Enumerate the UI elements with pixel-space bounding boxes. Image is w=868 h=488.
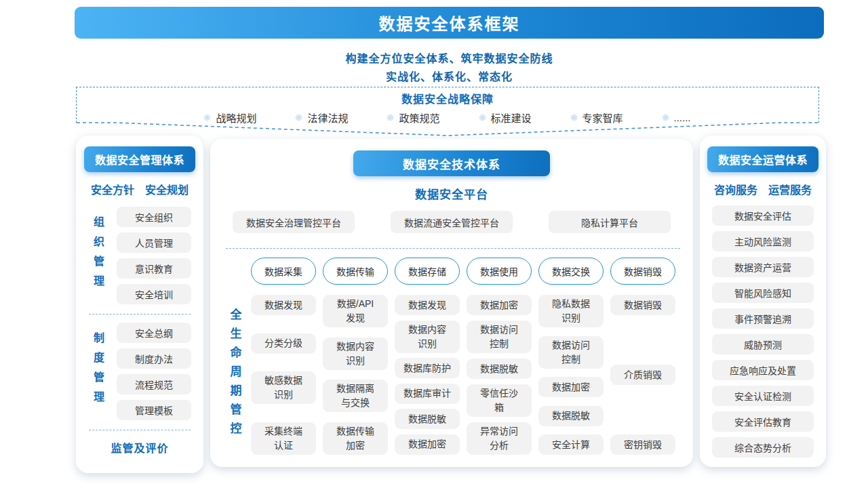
platform-item: 隐私计算平台 xyxy=(549,211,671,233)
management-panel: 数据安全管理体系 安全方针 安全规划 组织管理 安全组织 人员管理 意识教育 安… xyxy=(76,136,203,473)
capability-cell: 数据加密 xyxy=(538,377,604,397)
bullet-icon xyxy=(296,115,302,121)
stage-pill: 数据销毁 xyxy=(610,258,675,285)
org-management-label: 组织管理 xyxy=(90,216,106,295)
capability-cell: 采集终端 认证 xyxy=(251,422,316,455)
platform-item: 数据安全治理管控平台 xyxy=(233,211,355,233)
capability-cell: 数据发现 xyxy=(395,295,460,315)
capability-column-destroy: 数据销毁 介质销毁 密钥销毁 xyxy=(610,295,675,455)
org-item-list: 安全组织 人员管理 意识教育 安全培训 xyxy=(117,207,191,304)
title-banner: 数据安全体系框架 xyxy=(75,7,824,39)
grid-spacer xyxy=(225,258,244,285)
stage-pill: 数据存储 xyxy=(395,258,460,285)
management-item: 人员管理 xyxy=(117,232,191,253)
institution-item-list: 安全总纲 制度办法 流程规范 管理模板 xyxy=(117,323,191,420)
capability-cell: 数据脱敏 xyxy=(467,359,532,379)
operation-item: 综合态势分析 xyxy=(712,437,814,458)
subtitle-line-2: 实战化、体系化、常态化 xyxy=(75,68,824,84)
management-panel-header: 数据安全管理体系 xyxy=(84,146,195,172)
divider xyxy=(226,248,680,249)
management-item: 流程规范 xyxy=(117,374,191,394)
operation-item-list: 数据安全评估 主动风险监测 数据资产运营 智能风险感知 事件预警追溯 威胁预测 … xyxy=(700,205,826,458)
technology-panel-header: 数据安全技术体系 xyxy=(353,150,550,176)
capability-cell: 介质销毁 xyxy=(610,365,675,385)
capability-cell: 数据发现 xyxy=(251,295,316,315)
management-panel-subtitle: 安全方针 安全规划 xyxy=(76,181,203,197)
platform-title: 数据安全平台 xyxy=(210,185,693,202)
operation-item: 事件预警追溯 xyxy=(712,308,814,329)
capability-column-storage: 数据发现 数据内容 识别 数据库防护 数据库审计 数据脱敏 数据加密 xyxy=(395,295,460,455)
capability-cell: 数据销毁 xyxy=(610,295,675,315)
management-item: 管理模板 xyxy=(117,400,191,420)
bullet-icon xyxy=(204,115,210,121)
operation-item: 主动风险监测 xyxy=(712,231,814,251)
operation-item: 数据安全评估 xyxy=(712,205,814,226)
capability-column-collect: 数据发现 分类分级 敏感数据 识别 采集终端 认证 xyxy=(251,295,316,455)
operation-item: 智能风险感知 xyxy=(712,283,814,303)
capability-cell: 安全计算 xyxy=(538,434,604,455)
strategy-title: 数据安全战略保障 xyxy=(77,90,818,106)
capability-cell: 隐私数据 识别 xyxy=(538,295,604,327)
bullet-icon xyxy=(387,115,393,121)
capability-cell: 数据加密 xyxy=(395,434,460,455)
operation-panel-header: 数据安全运营体系 xyxy=(707,146,818,172)
stage-pill: 数据使用 xyxy=(467,258,532,285)
management-item: 安全组织 xyxy=(117,207,191,227)
operation-item: 安全认证检测 xyxy=(712,386,814,406)
capability-cell: 数据访问 控制 xyxy=(467,321,532,353)
capability-column-transfer: 数据/API 发现 数据内容 识别 数据隔离 与交换 数据传输 加密 xyxy=(323,295,388,455)
operation-item: 安全评估教育 xyxy=(712,411,814,432)
operation-item: 应急响应及处置 xyxy=(712,360,814,380)
divider xyxy=(89,314,191,314)
institution-management-group: 制度管理 安全总纲 制度办法 流程规范 管理模板 xyxy=(76,323,203,420)
divider xyxy=(89,430,191,430)
capability-cell: 异常访问 分析 xyxy=(467,422,532,455)
capability-cell: 敏感数据 识别 xyxy=(251,371,316,404)
stage-pill: 数据传输 xyxy=(323,258,388,285)
subtitle-line-1: 构建全方位安全体系、筑牢数据安全防线 xyxy=(75,49,824,66)
capability-cell: 数据库审计 xyxy=(395,384,460,404)
operation-item: 数据资产运营 xyxy=(712,257,814,277)
capability-cell: 数据内容 识别 xyxy=(395,321,460,353)
capability-cell: 数据库防护 xyxy=(395,358,460,378)
management-item: 安全培训 xyxy=(117,284,191,304)
page-title: 数据安全体系框架 xyxy=(379,11,520,35)
capability-cell: 数据加密 xyxy=(467,295,532,315)
capability-cell: 数据/API 发现 xyxy=(323,295,388,327)
stage-pill: 数据交换 xyxy=(538,258,604,285)
management-item: 安全总纲 xyxy=(117,323,191,343)
capability-column-exchange: 隐私数据 识别 数据访问 控制 数据加密 数据脱敏 安全计算 xyxy=(538,295,604,455)
lifecycle-grid: 数据采集 数据传输 数据存储 数据使用 数据交换 数据销毁 全生命周期管控 数据… xyxy=(225,258,693,455)
bullet-icon xyxy=(479,115,486,121)
management-panel-footer: 监管及评价 xyxy=(76,439,203,455)
capability-column-usage: 数据加密 数据访问 控制 数据脱敏 零信任沙 箱 异常访问 分析 xyxy=(467,295,532,455)
strategy-box: 数据安全战略保障 战略规划 法律法规 政策规范 标准建设 专家智库 xyxy=(76,87,819,123)
capability-cell: 数据脱敏 xyxy=(395,409,460,429)
management-item: 意识教育 xyxy=(117,258,191,279)
institution-management-label: 制度管理 xyxy=(90,332,106,411)
platform-row: 数据安全治理管控平台 数据流通安全管控平台 隐私计算平台 xyxy=(210,211,693,233)
lifecycle-label-cell: 全生命周期管控 xyxy=(225,295,244,455)
capability-cell: 分类分级 xyxy=(251,333,316,354)
operation-panel-subtitle: 咨询服务 运营服务 xyxy=(700,181,826,197)
capability-cell: 数据访问 控制 xyxy=(538,336,604,369)
technology-panel: 数据安全技术体系 数据安全平台 数据安全治理管控平台 数据流通安全管控平台 隐私… xyxy=(210,139,693,467)
operation-item: 威胁预测 xyxy=(712,334,814,354)
framework-diagram: 数据安全体系框架 构建全方位安全体系、筑牢数据安全防线 实战化、体系化、常态化 … xyxy=(0,0,868,488)
lifecycle-label: 全生命周期管控 xyxy=(226,308,243,441)
management-item: 制度办法 xyxy=(117,348,191,369)
platform-item: 数据流通安全管控平台 xyxy=(391,211,513,233)
capability-cell: 数据传输 加密 xyxy=(323,422,388,455)
capability-cell: 数据脱敏 xyxy=(538,406,604,426)
org-management-group: 组织管理 安全组织 人员管理 意识教育 安全培训 xyxy=(76,207,203,304)
bullet-icon xyxy=(663,115,669,121)
stage-pill: 数据采集 xyxy=(251,258,316,285)
capability-cell: 零信任沙 箱 xyxy=(467,384,532,417)
bullet-icon xyxy=(571,115,577,121)
capability-cell: 数据隔离 与交换 xyxy=(323,380,388,412)
operation-panel: 数据安全运营体系 咨询服务 运营服务 数据安全评估 主动风险监测 数据资产运营 … xyxy=(700,136,826,467)
capability-cell: 数据内容 识别 xyxy=(323,338,388,370)
capability-cell: 密钥销毁 xyxy=(610,434,675,455)
